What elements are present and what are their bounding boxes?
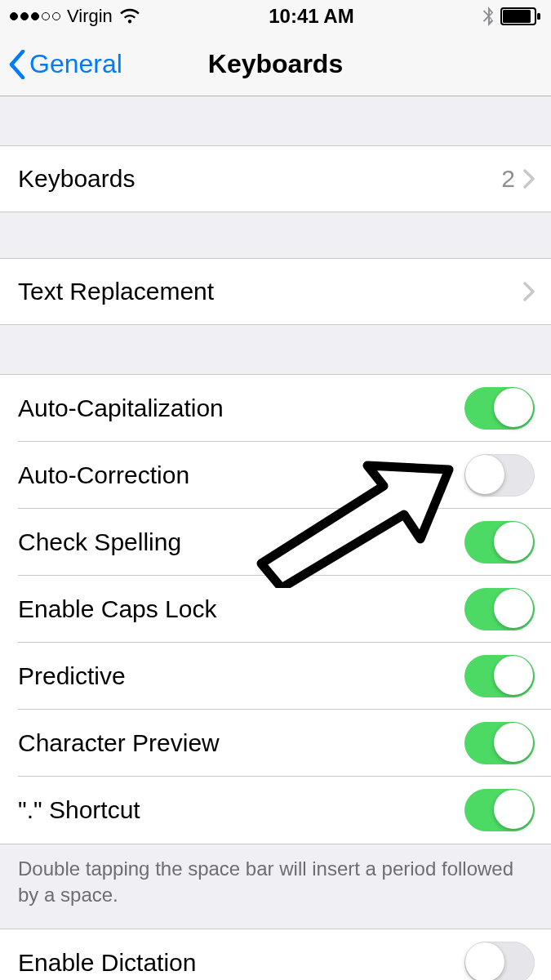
footer-note: Double tapping the space bar will insert… [0, 844, 551, 929]
dictation-group: Enable Dictation [0, 929, 551, 980]
toggle-label: "." Shortcut [18, 796, 464, 824]
toggle-label: Predictive [18, 662, 464, 690]
wifi-icon [119, 8, 140, 24]
toggle-switch[interactable] [464, 655, 535, 697]
status-left: Virgin [10, 6, 140, 27]
toggle-label: Auto-Correction [18, 461, 464, 489]
toggle-row[interactable]: "." Shortcut [0, 777, 551, 844]
signal-strength-icon [10, 12, 60, 20]
toggle-row[interactable]: Check Spelling [0, 509, 551, 576]
toggle-row[interactable]: Enable Caps Lock [0, 576, 551, 643]
toggle-switch[interactable] [464, 454, 535, 497]
group-spacer [0, 96, 551, 145]
chevron-right-icon [523, 282, 535, 301]
battery-icon [500, 7, 541, 25]
toggle-row[interactable]: Predictive [0, 643, 551, 710]
nav-bar: General Keyboards [0, 33, 551, 96]
toggle-label: Enable Caps Lock [18, 595, 464, 623]
dictation-label: Enable Dictation [18, 949, 464, 977]
toggle-switch[interactable] [464, 722, 535, 764]
chevron-right-icon [523, 169, 535, 189]
clock-label: 10:41 AM [269, 5, 353, 28]
toggle-row[interactable]: Auto-Correction [0, 442, 551, 509]
text-replacement-label: Text Replacement [18, 278, 523, 305]
svg-rect-2 [537, 13, 540, 20]
toggle-label: Check Spelling [18, 528, 464, 556]
toggle-row[interactable]: Auto-Capitalization [0, 375, 551, 442]
group-spacer [0, 212, 551, 258]
status-right [482, 7, 541, 26]
toggle-switch[interactable] [464, 789, 535, 831]
text-replacement-row[interactable]: Text Replacement [0, 258, 551, 325]
back-label: General [29, 49, 122, 79]
page-title: Keyboards [208, 49, 343, 79]
toggle-label: Auto-Capitalization [18, 394, 464, 422]
keyboards-count: 2 [501, 165, 515, 193]
dictation-toggle[interactable] [464, 942, 535, 980]
bluetooth-icon [482, 7, 494, 26]
status-bar: Virgin 10:41 AM [0, 0, 551, 33]
toggle-switch[interactable] [464, 588, 535, 630]
carrier-label: Virgin [67, 6, 113, 27]
group-spacer [0, 325, 551, 374]
dictation-row[interactable]: Enable Dictation [0, 929, 551, 980]
back-button[interactable]: General [8, 33, 122, 96]
chevron-left-icon [8, 50, 26, 79]
keyboards-label: Keyboards [18, 165, 501, 193]
toggle-label: Character Preview [18, 729, 464, 757]
keyboards-row[interactable]: Keyboards 2 [0, 145, 551, 212]
toggle-switch[interactable] [464, 521, 535, 564]
toggle-row[interactable]: Character Preview [0, 710, 551, 777]
toggle-switch[interactable] [464, 387, 535, 430]
toggle-list: Auto-CapitalizationAuto-CorrectionCheck … [0, 374, 551, 844]
svg-rect-1 [503, 10, 531, 23]
